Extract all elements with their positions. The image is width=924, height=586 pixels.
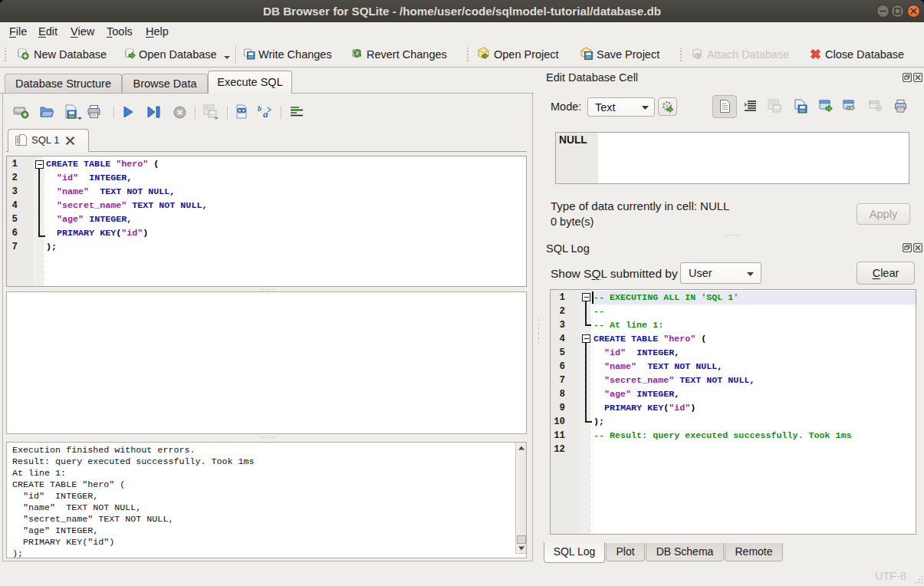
svg-text:a: a bbox=[263, 108, 268, 120]
svg-text:b: b bbox=[258, 104, 261, 113]
